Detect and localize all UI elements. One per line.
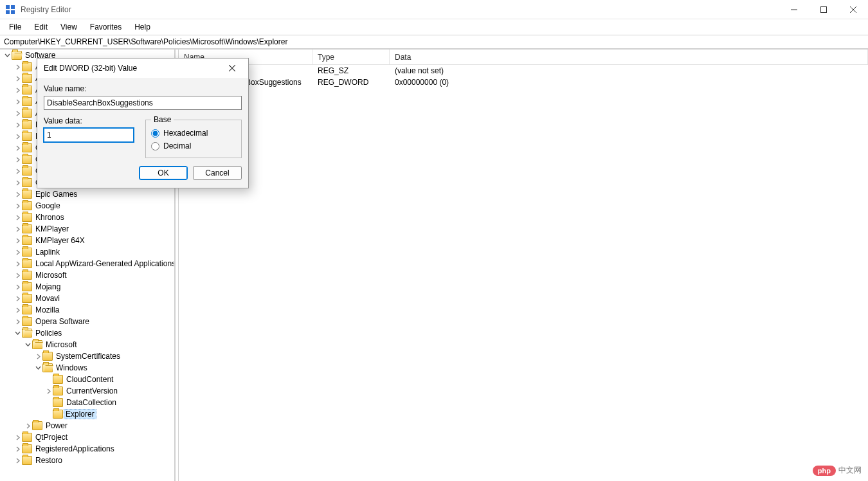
- chevron-right-icon[interactable]: [13, 248, 22, 257]
- folder-icon: [22, 109, 32, 118]
- chevron-right-icon[interactable]: [13, 201, 22, 210]
- chevron-right-icon[interactable]: [13, 456, 22, 465]
- dialog-close-button[interactable]: [222, 60, 242, 76]
- chevron-down-icon[interactable]: [33, 363, 42, 372]
- tree-item[interactable]: Khronos: [0, 212, 174, 223]
- values-header: Name Type Data: [179, 50, 868, 65]
- tree-item[interactable]: KMPlayer: [0, 223, 174, 235]
- chevron-down-icon[interactable]: [13, 329, 22, 338]
- chevron-right-icon[interactable]: [13, 143, 22, 152]
- svg-rect-4: [821, 6, 827, 12]
- folder-icon: [22, 433, 32, 442]
- dialog-titlebar[interactable]: Edit DWORD (32-bit) Value: [37, 59, 248, 78]
- chevron-down-icon[interactable]: [3, 51, 12, 60]
- tree-item[interactable]: DataCollection: [0, 397, 174, 408]
- tree-item[interactable]: Power: [0, 420, 174, 431]
- tree-item[interactable]: Mozilla: [0, 304, 174, 316]
- chevron-right-icon[interactable]: [13, 444, 22, 453]
- value-row[interactable]: (Default)REG_SZ(value not set): [179, 65, 868, 77]
- chevron-right-icon[interactable]: [13, 178, 22, 187]
- radio-decimal[interactable]: Decimal: [151, 140, 236, 152]
- app-icon: [5, 5, 15, 15]
- tree-item[interactable]: Opera Software: [0, 316, 174, 327]
- tree-item[interactable]: CurrentVersion: [0, 385, 174, 397]
- cancel-button[interactable]: Cancel: [193, 166, 242, 180]
- svg-rect-1: [11, 5, 15, 9]
- menu-favorites[interactable]: Favorites: [84, 21, 128, 33]
- folder-icon: [22, 86, 32, 95]
- chevron-right-icon[interactable]: [13, 167, 22, 176]
- tree-item[interactable]: Explorer: [0, 408, 174, 420]
- minimize-button[interactable]: [779, 0, 809, 19]
- tree-item[interactable]: Policies: [0, 327, 174, 339]
- tree-item[interactable]: Microsoft: [0, 339, 174, 350]
- tree-item[interactable]: SystemCertificates: [0, 350, 174, 362]
- tree-item-label: SystemCertificates: [55, 352, 120, 361]
- chevron-down-icon[interactable]: [23, 340, 32, 349]
- chevron-right-icon[interactable]: [13, 62, 22, 71]
- chevron-right-icon[interactable]: [13, 433, 22, 442]
- chevron-right-icon[interactable]: [13, 213, 22, 222]
- tree-item[interactable]: QtProject: [0, 431, 174, 443]
- tree-item[interactable]: CloudContent: [0, 374, 174, 385]
- chevron-right-icon[interactable]: [13, 86, 22, 95]
- chevron-right-icon[interactable]: [13, 120, 22, 129]
- tree-item[interactable]: Laplink: [0, 246, 174, 258]
- chevron-right-icon[interactable]: [13, 259, 22, 268]
- tree-item[interactable]: Google: [0, 200, 174, 212]
- maximize-button[interactable]: [809, 0, 838, 19]
- chevron-right-icon[interactable]: [13, 224, 22, 233]
- column-type[interactable]: Type: [312, 50, 390, 64]
- value-data-label: Value data:: [44, 116, 134, 125]
- watermark-text: 中文网: [838, 465, 862, 476]
- tree-item[interactable]: Local AppWizard-Generated Applications: [0, 258, 174, 269]
- tree-item-label: Google: [35, 201, 60, 210]
- folder-icon: [22, 97, 32, 106]
- value-row[interactable]: DisableSearchBoxSuggestionsREG_DWORD0x00…: [179, 77, 868, 88]
- chevron-right-icon[interactable]: [13, 236, 22, 245]
- chevron-right-icon[interactable]: [44, 386, 53, 395]
- tree-item[interactable]: KMPlayer 64X: [0, 235, 174, 246]
- chevron-right-icon[interactable]: [13, 294, 22, 303]
- tree-item-label: Epic Games: [35, 190, 77, 199]
- column-data[interactable]: Data: [390, 50, 868, 64]
- radio-hexadecimal[interactable]: Hexadecimal: [151, 127, 236, 140]
- chevron-right-icon[interactable]: [13, 190, 22, 199]
- menu-edit[interactable]: Edit: [28, 21, 54, 33]
- tree-item[interactable]: Restoro: [0, 455, 174, 466]
- radio-hexadecimal-label: Hexadecimal: [163, 129, 208, 138]
- tree-item[interactable]: Microsoft: [0, 269, 174, 281]
- menu-help[interactable]: Help: [128, 21, 157, 33]
- chevron-right-icon[interactable]: [13, 305, 22, 314]
- tree-item[interactable]: RegisteredApplications: [0, 443, 174, 455]
- tree-item[interactable]: Windows: [0, 362, 174, 374]
- chevron-right-icon[interactable]: [23, 421, 32, 430]
- value-data-input[interactable]: [44, 128, 134, 142]
- address-bar[interactable]: Computer\HKEY_CURRENT_USER\Software\Poli…: [0, 35, 868, 49]
- radio-decimal-input[interactable]: [151, 142, 159, 150]
- menu-view[interactable]: View: [54, 21, 84, 33]
- chevron-right-icon[interactable]: [13, 155, 22, 164]
- tree-item[interactable]: Epic Games: [0, 188, 174, 200]
- chevron-right-icon[interactable]: [13, 271, 22, 280]
- radio-hexadecimal-input[interactable]: [151, 129, 159, 138]
- chevron-right-icon[interactable]: [13, 282, 22, 291]
- menu-file[interactable]: File: [3, 21, 28, 33]
- chevron-right-icon[interactable]: [13, 109, 22, 118]
- value-name-input[interactable]: [44, 96, 242, 110]
- tree-item[interactable]: Mojang: [0, 281, 174, 293]
- tree-item-label: Khronos: [35, 213, 64, 222]
- chevron-right-icon[interactable]: [33, 352, 42, 361]
- dialog-buttons: OK Cancel: [44, 166, 242, 180]
- folder-icon: [22, 294, 32, 303]
- ok-button[interactable]: OK: [139, 166, 188, 180]
- chevron-right-icon[interactable]: [13, 74, 22, 83]
- tree-item[interactable]: Movavi: [0, 293, 174, 304]
- chevron-right-icon[interactable]: [13, 97, 22, 106]
- svg-rect-3: [11, 10, 15, 14]
- close-button[interactable]: [838, 0, 868, 19]
- chevron-right-icon[interactable]: [13, 132, 22, 141]
- chevron-right-icon[interactable]: [13, 317, 22, 326]
- svg-rect-0: [6, 5, 10, 9]
- tree-item-label: DataCollection: [66, 398, 116, 407]
